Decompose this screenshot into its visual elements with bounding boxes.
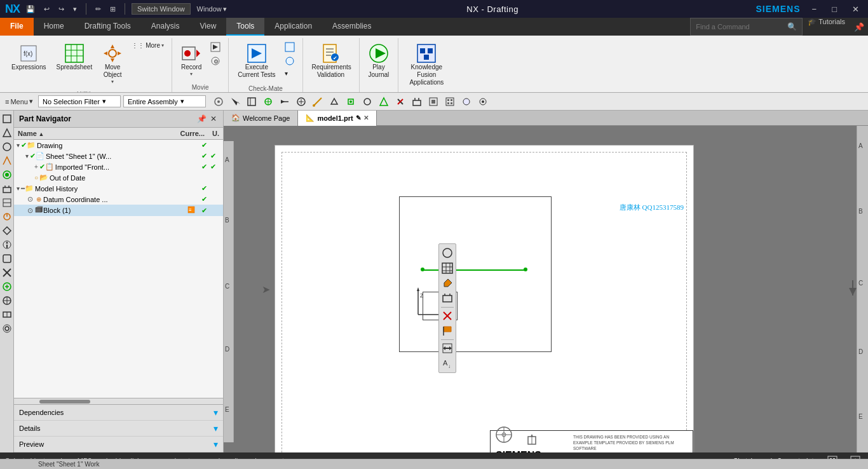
side-icon-9[interactable] <box>1 225 13 236</box>
pn-col-name[interactable]: Name <box>14 128 176 139</box>
tool11-btn[interactable] <box>409 95 424 108</box>
vdt-paint-btn[interactable] <box>440 276 455 291</box>
tab-tools[interactable]: Tools <box>226 18 264 36</box>
execute-tests-button[interactable]: ExecuteCurrent Tests <box>234 41 279 81</box>
tab-welcome[interactable]: 🏠 Welcome Page <box>224 111 298 126</box>
side-icon-5[interactable] <box>1 169 13 180</box>
cm-btn2[interactable] <box>282 55 297 67</box>
canvas-area[interactable]: A B C D E A B C D E <box>224 126 868 452</box>
tool1-btn[interactable] <box>244 95 259 108</box>
cm-dropdown[interactable]: ▾ <box>282 69 297 78</box>
side-icon-14[interactable] <box>1 295 13 306</box>
tool13-btn[interactable] <box>442 95 458 108</box>
select-icon-btn[interactable] <box>227 95 243 108</box>
tab-file[interactable]: File <box>0 18 34 36</box>
redo-button[interactable]: ↪ <box>56 4 67 15</box>
tool12-btn[interactable] <box>426 95 441 108</box>
movie-extra-btn1[interactable] <box>208 41 223 53</box>
assembly-dropdown[interactable]: Entire Assembly ▾ <box>123 95 206 107</box>
maximize-button[interactable]: □ <box>828 3 841 15</box>
side-icon-1[interactable] <box>1 113 13 125</box>
pn-item-block[interactable]: ⊙ Block (1) ≡ ✔ <box>14 205 223 216</box>
pn-item-outofdate[interactable]: ○ 📂 Out of Date <box>14 172 223 183</box>
tab-analysis[interactable]: Analysis <box>141 18 190 36</box>
requirements-button[interactable]: ✔ RequirementsValidation <box>308 41 354 81</box>
tab-assemblies[interactable]: Assemblies <box>322 18 381 36</box>
tab-home[interactable]: Home <box>34 18 74 36</box>
vdt-table-btn[interactable] <box>440 261 455 276</box>
menu-button[interactable]: ≡ Menu ▾ <box>3 96 36 107</box>
pn-close-button[interactable]: ✕ <box>209 113 218 125</box>
pn-item-model-history[interactable]: ▾ ━ 📁 Model History ✔ <box>14 183 223 194</box>
tab-model[interactable]: 📐 model1.prt ✎ ✕ <box>298 111 376 126</box>
search-input[interactable] <box>696 23 785 31</box>
kf-apps-button[interactable]: Knowledge FusionApplications <box>403 41 449 89</box>
tool4-btn[interactable] <box>294 95 309 108</box>
switch-window-button[interactable]: Switch Window <box>132 3 191 15</box>
side-icon-16[interactable] <box>1 323 13 334</box>
tool6-btn[interactable] <box>327 95 342 108</box>
tool3-btn[interactable] <box>277 95 292 108</box>
vdt-text-scale-btn[interactable]: A↓ <box>440 356 455 371</box>
side-icon-8[interactable] <box>1 211 13 222</box>
save-button[interactable]: 💾 <box>24 4 37 15</box>
vdt-flag-btn[interactable] <box>440 323 455 339</box>
pn-scroll-thumb[interactable] <box>39 400 90 404</box>
spreadsheet-button[interactable]: Spreadsheet <box>52 41 96 74</box>
tool5-btn[interactable] <box>310 95 325 108</box>
settings-btn[interactable] <box>475 95 491 108</box>
tab-view[interactable]: View <box>190 18 227 36</box>
pn-footer-details[interactable]: Details ▾ <box>14 421 223 437</box>
snap-icon-btn[interactable] <box>211 95 226 108</box>
side-icon-6[interactable] <box>1 183 13 194</box>
side-icon-2[interactable] <box>1 127 13 139</box>
side-icon-11[interactable] <box>1 253 13 264</box>
pn-item-sheet[interactable]: ▾ ✔ 📄 Sheet "Sheet 1" (W... ✔ ✔ <box>14 151 223 161</box>
movie-extra-btn2[interactable]: ⚙ <box>208 55 223 67</box>
vdt-fit-btn[interactable] <box>440 291 455 306</box>
more-qa-button[interactable]: ▾ <box>71 4 79 15</box>
more-button[interactable]: ⋮⋮ More ▾ <box>129 41 166 50</box>
vdt-circle-btn[interactable] <box>440 245 455 261</box>
tool8-btn[interactable] <box>360 95 375 108</box>
filter-dropdown[interactable]: No Selection Filter ▾ <box>38 95 121 107</box>
pn-item-datum[interactable]: ⊙ ⊕ Datum Coordinate ... ✔ <box>14 194 223 205</box>
tool7-btn[interactable] <box>343 95 358 108</box>
pn-col-u[interactable]: U. <box>208 128 223 139</box>
side-icon-12[interactable] <box>1 267 13 278</box>
window-button[interactable]: Window ▾ <box>194 4 229 15</box>
vdt-close-btn[interactable] <box>440 308 455 323</box>
close-button[interactable]: ✕ <box>848 3 863 15</box>
record-button[interactable]: Record ▾ <box>177 41 205 79</box>
minimize-button[interactable]: − <box>808 3 821 15</box>
tutorials-button[interactable]: 🎓 Tutorials <box>803 18 850 36</box>
cm-btn1[interactable] <box>282 41 297 53</box>
undo-button[interactable]: ↩ <box>41 4 52 15</box>
pn-col-current[interactable]: Curre... <box>176 128 208 139</box>
tab-drafting-tools[interactable]: Drafting Tools <box>74 18 141 36</box>
side-icon-13[interactable] <box>1 281 13 292</box>
side-icon-10[interactable] <box>1 239 13 250</box>
tool9-btn[interactable] <box>376 95 391 108</box>
side-icon-7[interactable] <box>1 197 13 208</box>
pn-footer-preview[interactable]: Preview ▾ <box>14 437 223 452</box>
pn-item-drawing[interactable]: ▾ ✔ 📁 Drawing ✔ <box>14 140 223 151</box>
pn-scrollbar[interactable] <box>14 398 223 404</box>
pn-item-imported[interactable]: + ✔ 📋 Imported "Front... ✔ ✔ <box>14 161 223 172</box>
snap-button[interactable]: ⊞ <box>107 4 118 15</box>
vdt-scale-btn[interactable] <box>440 341 455 356</box>
search-bar[interactable]: 🔍 <box>690 18 803 36</box>
ribbon-pin-button[interactable]: 📌 <box>850 18 868 36</box>
side-icon-3[interactable] <box>1 141 13 153</box>
pn-pin-button[interactable]: 📌 <box>196 113 208 125</box>
play-journal-button[interactable]: PlayJournal <box>365 41 393 81</box>
tool10-btn[interactable] <box>393 95 408 108</box>
expressions-button[interactable]: f(x) Expressions <box>8 41 50 74</box>
tab-application[interactable]: Application <box>264 18 322 36</box>
model-tab-close[interactable]: ✕ <box>363 114 369 121</box>
pn-footer-dependencies[interactable]: Dependencies ▾ <box>14 405 223 421</box>
move-object-button[interactable]: MoveObject ▾ <box>98 41 126 87</box>
side-icon-15[interactable] <box>1 309 13 320</box>
side-icon-4[interactable] <box>1 155 13 167</box>
tool2-btn[interactable] <box>261 95 276 108</box>
